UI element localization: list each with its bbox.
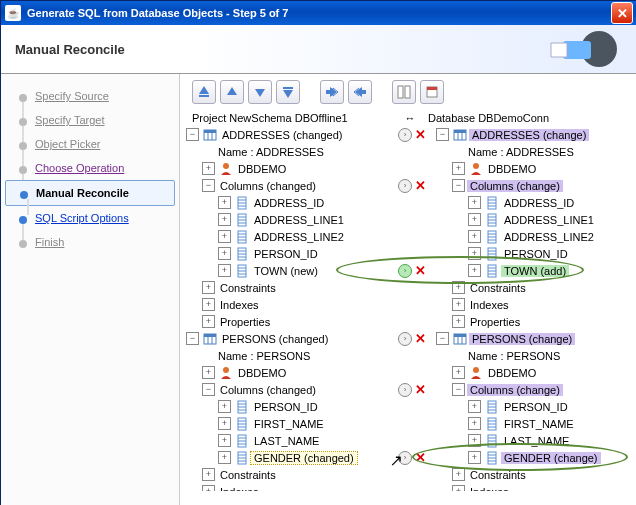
- tree-row[interactable]: +DBDEMO: [186, 160, 388, 177]
- tree-row[interactable]: +LAST_NAME: [186, 432, 388, 449]
- expander-icon[interactable]: +: [218, 247, 231, 260]
- copy-right-icon[interactable]: ›: [398, 128, 412, 142]
- tree-row[interactable]: +LAST_NAME: [436, 432, 636, 449]
- tree-row[interactable]: −Columns (change): [436, 381, 636, 398]
- expander-icon[interactable]: +: [218, 417, 231, 430]
- tree-row[interactable]: −PERSONS (changed): [186, 330, 388, 347]
- first-diff-button[interactable]: [192, 80, 216, 104]
- expander-icon[interactable]: +: [468, 434, 481, 447]
- tree-row[interactable]: −Columns (change): [436, 177, 636, 194]
- expander-icon[interactable]: +: [468, 400, 481, 413]
- tree-row[interactable]: +Constraints: [436, 279, 636, 296]
- expander-icon[interactable]: +: [468, 264, 481, 277]
- manual-merge-button[interactable]: [392, 80, 416, 104]
- tree-row[interactable]: +DBDEMO: [436, 160, 636, 177]
- expander-icon[interactable]: −: [436, 128, 449, 141]
- tree-row[interactable]: +GENDER (changed): [186, 449, 388, 466]
- copy-right-icon[interactable]: ›: [398, 383, 412, 397]
- tree-row[interactable]: +ADDRESS_LINE1: [186, 211, 388, 228]
- tree-row[interactable]: +Indexes: [186, 483, 388, 491]
- expander-icon[interactable]: +: [452, 298, 465, 311]
- tree-row[interactable]: +Indexes: [436, 296, 636, 313]
- expander-icon[interactable]: −: [436, 332, 449, 345]
- right-tree[interactable]: −ADDRESSES (change)Name : ADDRESSES+DBDE…: [430, 126, 636, 491]
- tree-row[interactable]: +ADDRESS_LINE1: [436, 211, 636, 228]
- tree-row[interactable]: +FIRST_NAME: [186, 415, 388, 432]
- tree-row[interactable]: +DBDEMO: [436, 364, 636, 381]
- tree-row[interactable]: Name : PERSONS: [436, 347, 636, 364]
- expander-icon[interactable]: +: [468, 451, 481, 464]
- tree-row[interactable]: Name : PERSONS: [186, 347, 388, 364]
- expander-icon[interactable]: −: [202, 383, 215, 396]
- tree-row[interactable]: +PERSON_ID: [436, 398, 636, 415]
- tree-row[interactable]: +ADDRESS_LINE2: [436, 228, 636, 245]
- expander-icon[interactable]: +: [202, 281, 215, 294]
- expander-icon[interactable]: +: [468, 247, 481, 260]
- tree-row[interactable]: +ADDRESS_ID: [186, 194, 388, 211]
- tree-row[interactable]: Name : ADDRESSES: [186, 143, 388, 160]
- last-diff-button[interactable]: [276, 80, 300, 104]
- expander-icon[interactable]: +: [452, 315, 465, 328]
- tree-row[interactable]: +Constraints: [436, 466, 636, 483]
- delete-icon[interactable]: ✕: [415, 331, 426, 346]
- tree-row[interactable]: +ADDRESS_ID: [436, 194, 636, 211]
- copy-left-all-button[interactable]: [320, 80, 344, 104]
- expander-icon[interactable]: +: [218, 434, 231, 447]
- delete-icon[interactable]: ✕: [415, 178, 426, 193]
- titlebar[interactable]: ☕ Generate SQL from Database Objects - S…: [1, 1, 636, 25]
- expander-icon[interactable]: +: [452, 485, 465, 491]
- tree-row[interactable]: +DBDEMO: [186, 364, 388, 381]
- expander-icon[interactable]: +: [202, 468, 215, 481]
- tree-row[interactable]: +Constraints: [186, 466, 388, 483]
- copy-right-icon[interactable]: ›: [398, 264, 412, 278]
- tree-row[interactable]: −ADDRESSES (change): [436, 126, 636, 143]
- wizard-step-2[interactable]: Object Picker: [1, 132, 179, 156]
- wizard-step-3[interactable]: Choose Operation: [1, 156, 179, 180]
- tree-row[interactable]: +TOWN (new): [186, 262, 388, 279]
- tree-row[interactable]: +ADDRESS_LINE2: [186, 228, 388, 245]
- expander-icon[interactable]: +: [218, 400, 231, 413]
- expander-icon[interactable]: +: [468, 417, 481, 430]
- expander-icon[interactable]: +: [202, 298, 215, 311]
- expander-icon[interactable]: +: [218, 196, 231, 209]
- wizard-step-4[interactable]: Manual Reconcile: [5, 180, 175, 206]
- expander-icon[interactable]: −: [452, 179, 465, 192]
- expander-icon[interactable]: +: [452, 366, 465, 379]
- expander-icon[interactable]: +: [452, 281, 465, 294]
- expander-icon[interactable]: −: [186, 128, 199, 141]
- delete-icon[interactable]: ✕: [415, 382, 426, 397]
- expander-icon[interactable]: +: [468, 213, 481, 226]
- copy-right-all-button[interactable]: [348, 80, 372, 104]
- wizard-step-1[interactable]: Specify Target: [1, 108, 179, 132]
- tree-row[interactable]: +Properties: [186, 313, 388, 330]
- tree-row[interactable]: −ADDRESSES (changed): [186, 126, 388, 143]
- close-button[interactable]: ✕: [611, 2, 633, 24]
- expander-icon[interactable]: +: [218, 213, 231, 226]
- left-tree[interactable]: −ADDRESSES (changed)Name : ADDRESSES+DBD…: [180, 126, 388, 491]
- expander-icon[interactable]: −: [202, 179, 215, 192]
- expander-icon[interactable]: +: [468, 230, 481, 243]
- expander-icon[interactable]: +: [452, 468, 465, 481]
- prev-diff-button[interactable]: [220, 80, 244, 104]
- expander-icon[interactable]: +: [218, 230, 231, 243]
- expander-icon[interactable]: +: [218, 451, 231, 464]
- tree-row[interactable]: +Indexes: [186, 296, 388, 313]
- tree-row[interactable]: +TOWN (add): [436, 262, 636, 279]
- expander-icon[interactable]: +: [468, 196, 481, 209]
- wizard-step-5[interactable]: SQL Script Options: [1, 206, 179, 230]
- tree-row[interactable]: +PERSON_ID: [186, 245, 388, 262]
- next-diff-button[interactable]: [248, 80, 272, 104]
- expander-icon[interactable]: +: [202, 366, 215, 379]
- expander-icon[interactable]: −: [452, 383, 465, 396]
- expander-icon[interactable]: +: [202, 485, 215, 491]
- copy-right-icon[interactable]: ›: [398, 332, 412, 346]
- tree-row[interactable]: +PERSON_ID: [436, 245, 636, 262]
- tree-row[interactable]: −PERSONS (change): [436, 330, 636, 347]
- wizard-step-6[interactable]: Finish: [1, 230, 179, 254]
- tree-row[interactable]: +Properties: [436, 313, 636, 330]
- delete-icon[interactable]: ✕: [415, 127, 426, 142]
- tree-row[interactable]: −Columns (changed): [186, 177, 388, 194]
- settings-button[interactable]: [420, 80, 444, 104]
- copy-right-icon[interactable]: ›: [398, 451, 412, 465]
- delete-icon[interactable]: ✕: [415, 263, 426, 278]
